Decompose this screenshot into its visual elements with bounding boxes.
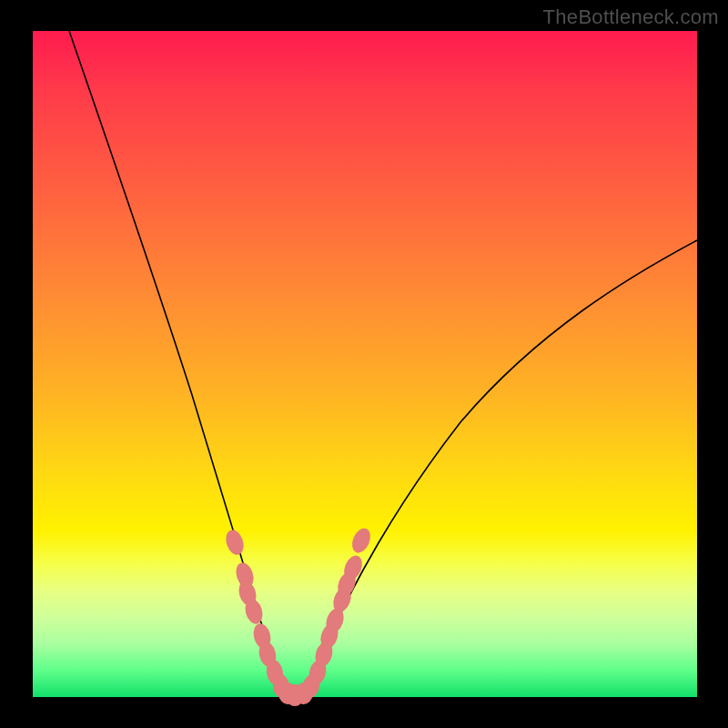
bead [349,526,374,556]
chart-frame: TheBottleneck.com [0,0,728,728]
curve-left-branch [69,31,294,696]
bead-group [223,526,374,706]
bead [223,528,247,557]
bottleneck-curve [33,31,697,697]
watermark-text: TheBottleneck.com [543,5,719,29]
plot-area [33,31,697,697]
curve-right-branch [294,240,697,696]
